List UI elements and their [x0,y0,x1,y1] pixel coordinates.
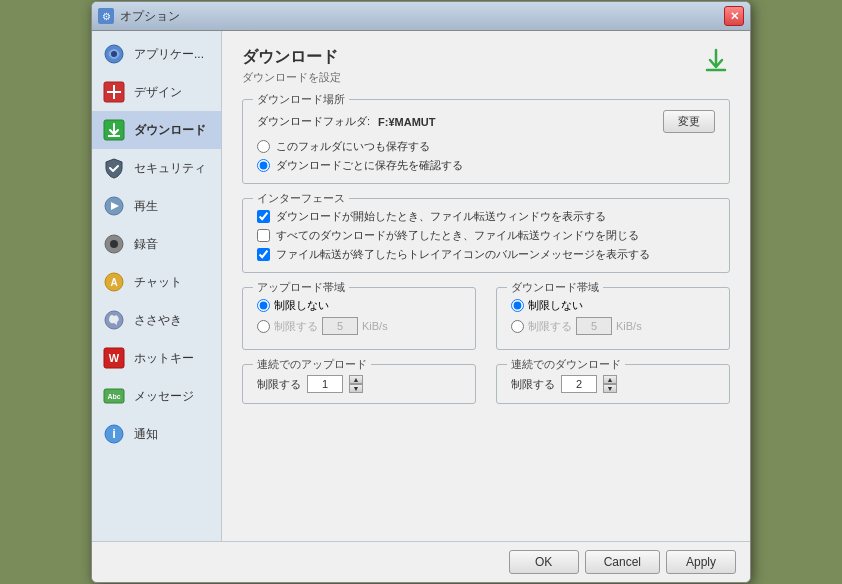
continuous-download-section: 連続でのダウンロード 制限する ▲ ▼ [496,364,730,404]
svg-text:i: i [112,426,116,441]
panel-header-download-icon [702,47,730,81]
sidebar-item-whisper-label: ささやき [134,312,182,329]
sidebar-item-record[interactable]: 録音 [92,225,221,263]
change-folder-button[interactable]: 変更 [663,110,715,133]
sidebar-item-message[interactable]: Abc メッセージ [92,377,221,415]
sidebar-item-whisper[interactable]: ささやき [92,301,221,339]
record-icon [102,232,126,256]
download-limit-row[interactable]: 制限する KiB/s [511,317,715,335]
sidebar-item-security[interactable]: セキュリティ [92,149,221,187]
radio-always-save-label: このフォルダにいつも保存する [276,139,430,154]
download-bandwidth-section: ダウンロード帯域 制限しない 制限する KiB/s [496,287,730,350]
upload-bandwidth-section: アップロード帯域 制限しない 制限する KiB/s [242,287,476,350]
radio-confirm-save-row[interactable]: ダウンロードごとに保存先を確認する [257,158,715,173]
download-no-limit-row[interactable]: 制限しない [511,298,715,313]
download-bandwidth-col: ダウンロード帯域 制限しない 制限する KiB/s [496,287,730,350]
sidebar-item-message-label: メッセージ [134,388,194,405]
upload-bandwidth-legend: アップロード帯域 [253,280,349,295]
sidebar-item-notify-label: 通知 [134,426,158,443]
folder-label: ダウンロードフォルダ: [257,114,370,129]
sidebar-item-app-label: アプリケー... [134,46,204,63]
cancel-button[interactable]: Cancel [585,550,660,574]
continuous-upload-label: 制限する [257,377,301,392]
titlebar: ⚙ オプション ✕ [92,2,750,31]
radio-upload-limit[interactable] [257,320,270,333]
continuous-upload-section: 連続でのアップロード 制限する ▲ ▼ [242,364,476,404]
continuous-download-up-arrow[interactable]: ▲ [603,375,617,384]
svg-point-1 [111,51,117,57]
radio-upload-nolimit-label: 制限しない [274,298,329,313]
folder-row: ダウンロードフォルダ: F:¥MAMUT 変更 [257,110,715,133]
sidebar-item-chat-label: チャット [134,274,182,291]
continuous-download-label: 制限する [511,377,555,392]
whisper-icon [102,308,126,332]
notify-icon: i [102,422,126,446]
download-icon [102,118,126,142]
upload-no-limit-row[interactable]: 制限しない [257,298,461,313]
checkbox-show-transfer[interactable] [257,210,270,223]
ok-button[interactable]: OK [509,550,579,574]
security-icon [102,156,126,180]
checkbox-close-transfer-label: すべてのダウンロードが終了したとき、ファイル転送ウィンドウを閉じる [276,228,639,243]
radio-confirm-save[interactable] [257,159,270,172]
upload-limit-row[interactable]: 制限する KiB/s [257,317,461,335]
download-limit-value[interactable] [576,317,612,335]
sidebar-item-hotkey[interactable]: W ホットキー [92,339,221,377]
main-panel: ダウンロード ダウンロードを設定 ダウンロード場所 ダウンロードフォルダ: F:… [222,31,750,541]
interface-legend: インターフェース [253,191,349,206]
chat-icon: A [102,270,126,294]
panel-title: ダウンロード [242,47,341,68]
radio-always-save[interactable] [257,140,270,153]
radio-download-limit-label: 制限する [528,319,572,334]
checkbox-balloon-label: ファイル転送が終了したらトレイアイコンのバルーンメッセージを表示する [276,247,650,262]
checkbox-close-transfer[interactable] [257,229,270,242]
radio-download-nolimit-label: 制限しない [528,298,583,313]
sidebar-item-play[interactable]: 再生 [92,187,221,225]
play-icon [102,194,126,218]
window-icon: ⚙ [98,8,114,24]
sidebar-item-design-label: デザイン [134,84,182,101]
sidebar-item-notify[interactable]: i 通知 [92,415,221,453]
sidebar-item-download[interactable]: ダウンロード [92,111,221,149]
svg-text:A: A [110,277,117,288]
close-button[interactable]: ✕ [724,6,744,26]
upload-bandwidth-col: アップロード帯域 制限しない 制限する KiB/s [242,287,476,350]
sidebar-item-security-label: セキュリティ [134,160,206,177]
svg-text:Abc: Abc [107,393,120,400]
upload-limit-value[interactable] [322,317,358,335]
sidebar-item-download-label: ダウンロード [134,122,206,139]
radio-upload-limit-label: 制限する [274,319,318,334]
sidebar-item-app[interactable]: アプリケー... [92,35,221,73]
dialog-footer: OK Cancel Apply [92,541,750,582]
upload-unit-label: KiB/s [362,320,388,332]
design-icon [102,80,126,104]
radio-confirm-save-label: ダウンロードごとに保存先を確認する [276,158,463,173]
continuous-download-down-arrow[interactable]: ▼ [603,384,617,393]
radio-upload-nolimit[interactable] [257,299,270,312]
checkbox-close-transfer-row[interactable]: すべてのダウンロードが終了したとき、ファイル転送ウィンドウを閉じる [257,228,715,243]
checkbox-show-transfer-label: ダウンロードが開始したとき、ファイル転送ウィンドウを表示する [276,209,606,224]
folder-path: F:¥MAMUT [378,116,435,128]
hotkey-icon: W [102,346,126,370]
apply-button[interactable]: Apply [666,550,736,574]
radio-download-limit[interactable] [511,320,524,333]
checkbox-show-transfer-row[interactable]: ダウンロードが開始したとき、ファイル転送ウィンドウを表示する [257,209,715,224]
checkbox-balloon[interactable] [257,248,270,261]
checkbox-balloon-row[interactable]: ファイル転送が終了したらトレイアイコンのバルーンメッセージを表示する [257,247,715,262]
continuous-upload-row: 制限する ▲ ▼ [257,375,461,393]
download-location-legend: ダウンロード場所 [253,92,349,107]
continuous-columns: 連続でのアップロード 制限する ▲ ▼ 連続 [242,364,730,404]
continuous-download-value[interactable] [561,375,597,393]
radio-download-nolimit[interactable] [511,299,524,312]
radio-always-save-row[interactable]: このフォルダにいつも保存する [257,139,715,154]
message-icon: Abc [102,384,126,408]
sidebar-item-chat[interactable]: A チャット [92,263,221,301]
sidebar-item-design[interactable]: デザイン [92,73,221,111]
interface-section: インターフェース ダウンロードが開始したとき、ファイル転送ウィンドウを表示する … [242,198,730,273]
continuous-upload-down-arrow[interactable]: ▼ [349,384,363,393]
continuous-download-legend: 連続でのダウンロード [507,357,625,372]
panel-header: ダウンロード ダウンロードを設定 [242,47,730,85]
continuous-upload-value[interactable] [307,375,343,393]
continuous-upload-up-arrow[interactable]: ▲ [349,375,363,384]
svg-point-9 [110,240,118,248]
